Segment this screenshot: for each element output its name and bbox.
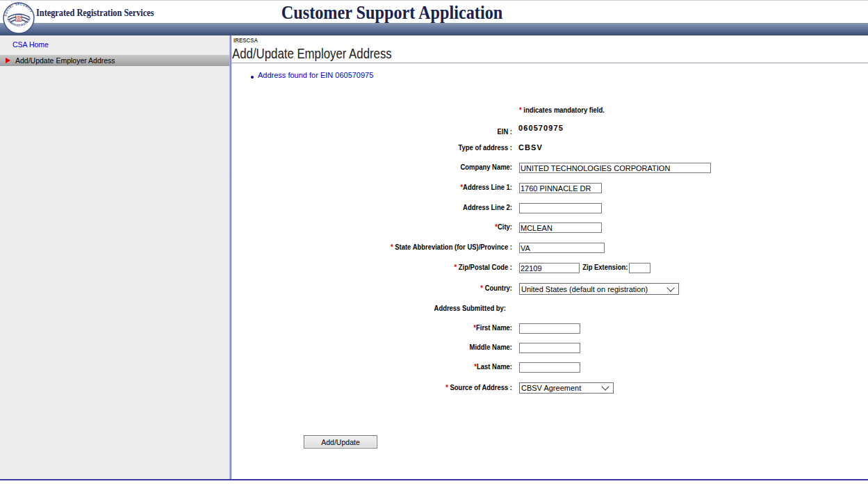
company-name-label: Company Name:: [134, 163, 513, 172]
source-of-address-label: * Source of Address :: [134, 383, 513, 392]
ein-label: EIN :: [134, 127, 513, 136]
content-divider: [229, 35, 231, 479]
address-line-2-input[interactable]: [519, 203, 602, 213]
status-message: Address found for EIN 060570975: [258, 71, 373, 79]
add-update-button[interactable]: Add/Update: [304, 435, 377, 448]
ssa-seal-icon: SOCIAL SECURITY ADMINISTRATION USA: [3, 2, 35, 34]
address-line-1-label: *Address Line 1:: [134, 183, 513, 192]
mandatory-note: * indicates mandatory field.: [519, 106, 605, 114]
zip-input[interactable]: [519, 263, 580, 273]
header-bar: [0, 23, 868, 35]
middle-name-label: Middle Name:: [134, 343, 513, 352]
country-label: * Country:: [134, 284, 513, 293]
window-top-edge: [0, 0, 868, 1]
state-input[interactable]: [519, 243, 605, 253]
active-item-arrow-icon: [6, 58, 10, 63]
first-name-input[interactable]: [519, 323, 580, 334]
footer-line: [0, 479, 868, 480]
zip-extension-input[interactable]: [629, 263, 650, 273]
type-of-address-value: CBSV: [518, 143, 543, 152]
city-input[interactable]: [519, 222, 602, 233]
bullet-icon: [251, 76, 254, 79]
type-of-address-label: Type of address :: [134, 143, 513, 152]
content-heading: Add/Update Employer Address: [232, 45, 392, 62]
last-name-input[interactable]: [519, 362, 580, 373]
zip-label: * Zip/Postal Code :: [134, 263, 513, 272]
last-name-label: *Last Name:: [134, 362, 513, 371]
app-code: IRESCSA: [234, 37, 258, 44]
source-of-address-select[interactable]: CBSV Agreement: [519, 382, 614, 394]
country-select[interactable]: United States (default on registration): [519, 283, 679, 295]
brand-title: Integrated Registration Services: [36, 8, 154, 18]
logo-usa-text: USA: [15, 16, 22, 19]
ein-value: 060570975: [518, 124, 564, 133]
zip-extension-label: Zip Extension:: [582, 263, 628, 272]
city-label: *City:: [134, 222, 513, 232]
sidebar: CSA Home Add/Update Employer Address: [0, 35, 229, 479]
company-name-input[interactable]: [519, 163, 711, 173]
address-line-1-input[interactable]: [519, 183, 602, 193]
address-submitted-by-label: Address Submitted by:: [133, 304, 506, 313]
page-title: Customer Support Application: [281, 3, 503, 22]
state-label: * State Abbreviation (for US)/Province :: [134, 243, 513, 252]
chevron-down-icon: [601, 382, 609, 390]
address-line-2-label: Address Line 2:: [134, 203, 513, 212]
sidebar-link-csa-home[interactable]: CSA Home: [13, 40, 49, 49]
middle-name-input[interactable]: [519, 343, 580, 353]
chevron-down-icon: [666, 284, 674, 291]
heading-rule: [231, 63, 868, 63]
first-name-label: *First Name:: [134, 323, 513, 332]
sidebar-item-add-update-employer-address[interactable]: Add/Update Employer Address: [0, 55, 229, 66]
